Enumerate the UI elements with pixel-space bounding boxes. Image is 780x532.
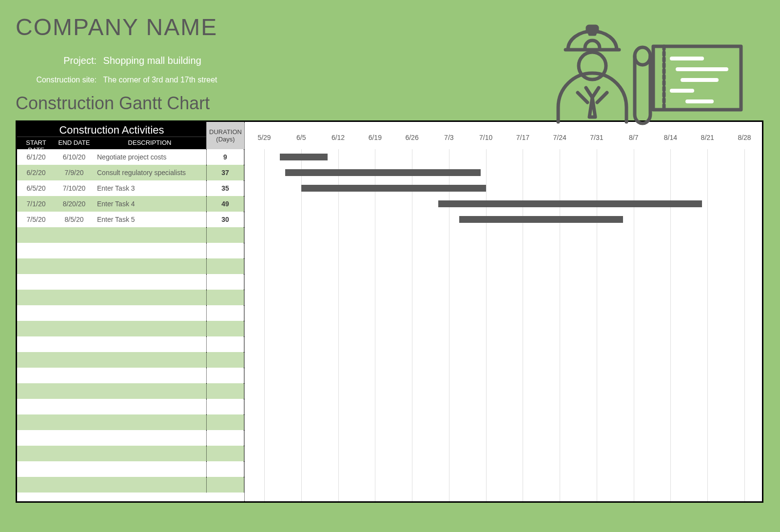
table-row	[17, 477, 244, 493]
tick-label: 6/12	[332, 134, 345, 141]
cell-duration	[206, 274, 244, 290]
table-row	[17, 399, 244, 414]
cell-desc: Enter Task 3	[93, 184, 206, 192]
gantt-timeline: 5/296/56/126/196/267/37/107/177/247/318/…	[244, 122, 762, 501]
table-row	[17, 383, 244, 399]
project-value: Shopping mall building	[103, 55, 201, 66]
table-row: 6/5/207/10/20Enter Task 335	[17, 180, 244, 196]
gantt-bar	[301, 185, 486, 192]
engineer-logo-icon	[541, 20, 746, 129]
cell-duration	[206, 430, 244, 446]
cell-duration	[206, 290, 244, 305]
table-row	[17, 258, 244, 274]
tick-label: 8/7	[629, 134, 638, 141]
tick-label: 8/21	[701, 134, 714, 141]
cell-duration	[206, 446, 244, 461]
tick-label: 7/10	[479, 134, 492, 141]
cell-start: 6/5/20	[17, 184, 55, 192]
activities-title: Construction Activities	[59, 122, 164, 137]
table-row	[17, 446, 244, 461]
tick-label: 6/26	[405, 134, 418, 141]
table-row	[17, 461, 244, 477]
tick-label: 5/29	[257, 134, 271, 141]
cell-duration: 30	[206, 212, 244, 227]
table-row	[17, 430, 244, 446]
site-label: Construction site:	[32, 73, 100, 87]
table-row: 6/2/207/9/20Consult regulatory specialis…	[17, 165, 244, 180]
tick-label: 6/5	[296, 134, 306, 141]
project-label: Project:	[32, 51, 100, 70]
site-value: The corner of 3rd and 17th street	[103, 76, 217, 84]
cell-duration: 9	[206, 149, 244, 165]
table-row	[17, 352, 244, 368]
col-duration-unit: (Days)	[216, 136, 234, 143]
tick-label: 6/19	[369, 134, 382, 141]
table-row: 6/1/206/10/20Negotiate project costs9	[17, 149, 244, 165]
cell-duration	[206, 305, 244, 321]
cell-duration	[206, 258, 244, 274]
cell-duration	[206, 243, 244, 258]
table-row	[17, 274, 244, 290]
cell-end: 7/9/20	[55, 169, 93, 177]
table-row	[17, 414, 244, 430]
table-row	[17, 321, 244, 336]
tick-label: 7/17	[516, 134, 529, 141]
cell-desc: Enter Task 5	[93, 216, 206, 223]
cell-start: 7/1/20	[17, 200, 55, 208]
tick-label: 7/24	[553, 134, 566, 141]
cell-end: 6/10/20	[55, 153, 93, 161]
cell-desc: Consult regulatory specialists	[93, 169, 206, 177]
cell-end: 8/20/20	[55, 200, 93, 208]
activities-table: Construction Activities START DATE END D…	[17, 122, 244, 501]
cell-duration	[206, 321, 244, 336]
cell-duration	[206, 399, 244, 414]
gantt-bar	[438, 200, 702, 207]
cell-duration	[206, 414, 244, 430]
table-row	[17, 305, 244, 321]
cell-duration: 37	[206, 165, 244, 180]
tick-label: 8/14	[664, 134, 677, 141]
cell-desc: Enter Task 4	[93, 200, 206, 208]
tick-label: 7/3	[444, 134, 453, 141]
table-row	[17, 227, 244, 243]
gantt-panel: Construction Activities START DATE END D…	[16, 120, 763, 503]
cell-end: 8/5/20	[55, 216, 93, 223]
cell-start: 7/5/20	[17, 216, 55, 223]
cell-duration	[206, 477, 244, 493]
svg-point-2	[635, 47, 650, 65]
table-row	[17, 368, 244, 383]
cell-duration	[206, 461, 244, 477]
cell-duration	[206, 227, 244, 243]
cell-duration: 49	[206, 196, 244, 212]
table-row	[17, 336, 244, 352]
table-row	[17, 243, 244, 258]
cell-end: 7/10/20	[55, 184, 93, 192]
col-duration-header: DURATION	[209, 128, 242, 136]
tick-label: 7/31	[590, 134, 603, 141]
gantt-bar	[280, 154, 327, 160]
cell-duration	[206, 336, 244, 352]
gantt-bar	[459, 216, 623, 223]
cell-duration: 35	[206, 180, 244, 196]
cell-duration	[206, 352, 244, 368]
cell-start: 6/2/20	[17, 169, 55, 177]
gantt-bar	[285, 169, 480, 176]
cell-duration	[206, 383, 244, 399]
cell-start: 6/1/20	[17, 153, 55, 161]
cell-duration	[206, 368, 244, 383]
table-row: 7/1/208/20/20Enter Task 449	[17, 196, 244, 212]
tick-label: 8/28	[738, 134, 751, 141]
table-row	[17, 290, 244, 305]
cell-desc: Negotiate project costs	[93, 153, 206, 161]
table-row: 7/5/208/5/20Enter Task 530	[17, 212, 244, 227]
